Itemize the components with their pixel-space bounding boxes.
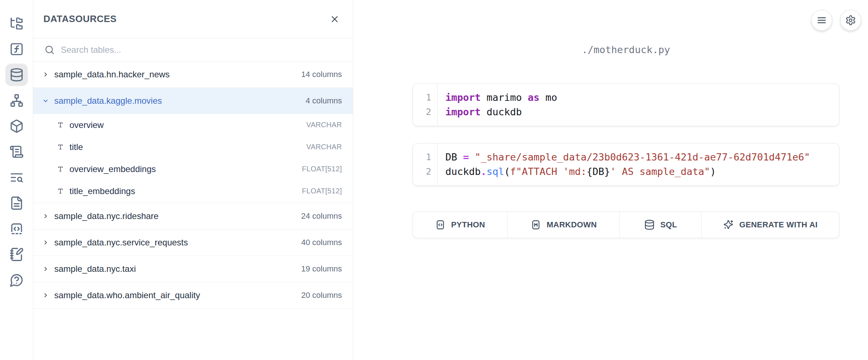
chevron-right-icon: [42, 265, 49, 273]
search-box: [33, 38, 353, 61]
sidebar-item-packages[interactable]: [5, 115, 28, 137]
add-python-button[interactable]: PYTHON: [413, 212, 508, 238]
column-type: VARCHAR: [306, 121, 342, 129]
sparkles-icon: [723, 219, 734, 230]
search-icon: [44, 44, 55, 55]
code-line: import marimo as mo: [445, 90, 557, 105]
column-name: title: [69, 142, 301, 152]
sidebar-item-documentation[interactable]: [5, 192, 28, 214]
add-markdown-button[interactable]: MARKDOWN: [508, 212, 620, 238]
table-name: sample_data.nyc.service_requests: [54, 237, 296, 248]
search-input[interactable]: [61, 45, 342, 55]
chevron-right-icon: [42, 239, 49, 246]
text-type-icon: [56, 143, 64, 151]
table-row[interactable]: sample_data.hn.hacker_news14 columns: [33, 61, 353, 87]
column-type: FLOAT[512]: [302, 187, 342, 195]
chevron-right-icon: [42, 71, 49, 78]
column-row[interactable]: titleVARCHAR: [33, 136, 353, 158]
table-column-count: 20 columns: [301, 291, 342, 300]
table-row[interactable]: sample_data.nyc.service_requests40 colum…: [33, 230, 353, 256]
x-icon: [330, 14, 340, 24]
sidebar-item-dependencies[interactable]: [5, 89, 28, 112]
app-root: DATASOURCES sample_data.hn.hacker_news14…: [0, 0, 868, 360]
add-button-label: SQL: [660, 220, 677, 230]
column-type: FLOAT[512]: [302, 165, 342, 173]
column-row[interactable]: overview_embeddingsFLOAT[512]: [33, 158, 353, 180]
sidebar-item-snippets[interactable]: [5, 218, 28, 240]
code-line: import duckdb: [445, 105, 557, 119]
top-actions: [811, 10, 861, 31]
text-type-icon: [56, 165, 64, 173]
settings-button[interactable]: [840, 10, 861, 31]
table-name: sample_data.kaggle.movies: [54, 96, 301, 106]
add-button-label: GENERATE WITH AI: [739, 220, 818, 230]
sidebar-item-scratchpad[interactable]: [5, 243, 28, 266]
add-cell-bar: PYTHONMARKDOWNSQLGENERATE WITH AI: [412, 211, 839, 238]
line-numbers: 12: [413, 143, 437, 185]
datasources-panel: DATASOURCES sample_data.hn.hacker_news14…: [33, 0, 353, 360]
sidebar-item-logs[interactable]: [5, 141, 28, 163]
add-sql-button[interactable]: SQL: [620, 212, 702, 238]
sidebar-item-variables[interactable]: [5, 38, 28, 60]
database-icon: [9, 68, 24, 82]
gear-icon: [845, 15, 856, 26]
table-row[interactable]: sample_data.nyc.taxi19 columns: [33, 256, 353, 282]
sidebar-item-help[interactable]: [5, 269, 28, 291]
tables-list: sample_data.hn.hacker_news14 columnssamp…: [33, 61, 353, 360]
text-type-icon: [56, 187, 64, 195]
table-name: sample_data.nyc.rideshare: [54, 211, 296, 221]
columns-list: overviewVARCHARtitleVARCHARoverview_embe…: [33, 114, 353, 203]
chevron-right-icon: [42, 239, 49, 246]
folder-tree-icon: [9, 16, 24, 31]
line-numbers: 12: [413, 84, 437, 126]
column-type: VARCHAR: [306, 143, 342, 151]
text-type-icon: [56, 143, 64, 151]
menu-button[interactable]: [811, 10, 832, 31]
list-search-icon: [9, 170, 24, 185]
x-icon: [330, 14, 340, 24]
table-name: sample_data.who.ambient_air_quality: [54, 290, 296, 300]
chevron-right-icon: [42, 292, 49, 299]
code-line: DB = "_share/sample_data/23b0d623-1361-4…: [445, 150, 810, 164]
workflow-icon: [9, 93, 24, 108]
database-icon: [644, 219, 655, 230]
sidebar-item-datasources[interactable]: [5, 64, 28, 86]
code-line: duckdb.sql(f"ATTACH 'md:{DB}' AS sample_…: [445, 164, 810, 179]
sidebar-item-file-explorer[interactable]: [5, 12, 28, 35]
box-icon: [9, 119, 24, 133]
add-button-label: MARKDOWN: [547, 220, 597, 230]
table-column-count: 4 columns: [306, 96, 342, 106]
column-row[interactable]: overviewVARCHAR: [33, 114, 353, 136]
table-group: sample_data.who.ambient_air_quality20 co…: [33, 282, 353, 309]
code-square-dashed-icon: [9, 222, 24, 236]
text-type-icon: [56, 121, 64, 129]
column-name: overview_embeddings: [69, 164, 297, 174]
generate-with-ai-button[interactable]: GENERATE WITH AI: [702, 212, 839, 238]
chevron-right-icon: [42, 213, 49, 220]
table-group: sample_data.kaggle.movies4 columnsovervi…: [33, 88, 353, 203]
column-row[interactable]: title_embeddingsFLOAT[512]: [33, 180, 353, 202]
panel-header: DATASOURCES: [33, 0, 353, 38]
column-name: title_embeddings: [69, 186, 297, 196]
add-button-label: PYTHON: [451, 220, 485, 230]
text-type-icon: [56, 121, 64, 129]
code-cell[interactable]: 12DB = "_share/sample_data/23b0d623-1361…: [412, 143, 839, 186]
activity-sidebar: [0, 0, 33, 360]
sidebar-item-tracebacks[interactable]: [5, 166, 28, 189]
chevron-right-icon: [42, 265, 49, 273]
search-icon: [44, 44, 55, 55]
table-group: sample_data.nyc.taxi19 columns: [33, 256, 353, 282]
table-row[interactable]: sample_data.nyc.rideshare24 columns: [33, 203, 353, 229]
table-row[interactable]: sample_data.kaggle.movies4 columns: [33, 88, 353, 114]
file-text-icon: [9, 196, 24, 210]
code-cell[interactable]: 12import marimo as moimport duckdb: [412, 83, 839, 126]
table-name: sample_data.nyc.taxi: [54, 264, 296, 274]
table-column-count: 14 columns: [301, 70, 342, 79]
chevron-down-icon: [42, 97, 49, 104]
close-button[interactable]: [327, 11, 343, 27]
chevron-right-icon: [42, 213, 49, 220]
table-row[interactable]: sample_data.who.ambient_air_quality20 co…: [33, 282, 353, 308]
code-area[interactable]: DB = "_share/sample_data/23b0d623-1361-4…: [437, 143, 810, 185]
table-column-count: 24 columns: [301, 211, 342, 221]
code-area[interactable]: import marimo as moimport duckdb: [437, 84, 557, 126]
